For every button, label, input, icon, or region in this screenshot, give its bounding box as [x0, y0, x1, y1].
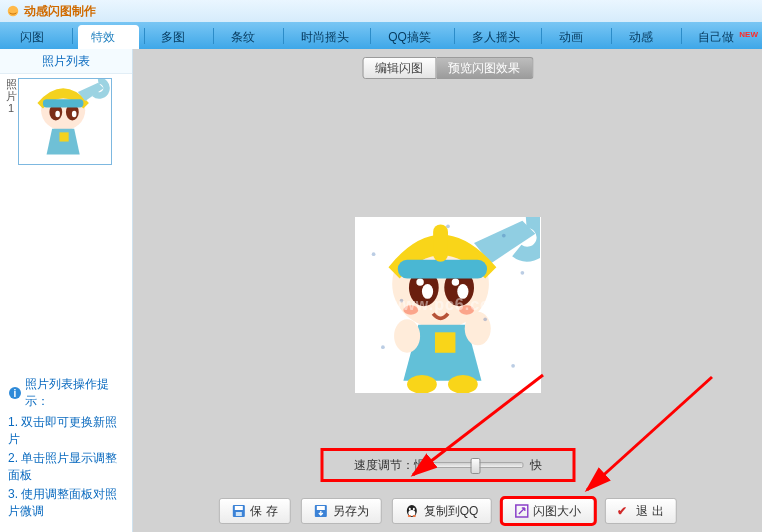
svg-point-23 — [464, 312, 490, 345]
svg-rect-6 — [43, 99, 83, 107]
tips-panel: i 照片列表操作提示： 1. 双击即可更换新照片 2. 单击照片显示调整面板 3… — [0, 370, 132, 532]
svg-point-22 — [394, 319, 420, 352]
svg-point-26 — [371, 252, 375, 256]
svg-point-31 — [483, 317, 487, 321]
svg-point-42 — [413, 508, 415, 511]
preview-canvas: www.pc6.com — [355, 217, 541, 393]
save-icon — [231, 504, 245, 518]
speed-fast-label: 快 — [530, 457, 542, 474]
slider-handle-icon[interactable] — [471, 458, 481, 474]
tab-scene[interactable]: 闪图场景 — [8, 26, 67, 49]
watermark: www.pc6.com — [389, 296, 506, 314]
speed-label: 速度调节： — [354, 457, 414, 474]
svg-rect-36 — [235, 512, 241, 516]
saveas-icon — [314, 504, 328, 518]
tab-multi[interactable]: 多图闪图 — [149, 26, 208, 49]
svg-point-27 — [520, 271, 524, 275]
save-button[interactable]: 保 存 — [218, 498, 290, 524]
tab-qq-emoji[interactable]: QQ搞笑表情 — [376, 26, 449, 49]
tab-multi-doll[interactable]: 多人摇头娃娃 — [460, 26, 537, 49]
tab-ornament[interactable]: 动感饰品 — [617, 26, 676, 49]
svg-point-0 — [8, 6, 19, 17]
main-tab-strip: 闪图场景 特效闪图 多图闪图 条纹闪图 时尚摇头娃娃 QQ搞笑表情 多人摇头娃娃… — [0, 22, 762, 50]
app-logo-icon — [6, 4, 20, 18]
svg-rect-43 — [408, 515, 411, 517]
photo-thumb[interactable]: 照片1 — [4, 78, 112, 165]
svg-rect-35 — [234, 506, 242, 510]
thumb-image[interactable] — [18, 78, 112, 165]
thumb-label: 照片1 — [4, 78, 18, 114]
speed-slider[interactable] — [432, 462, 524, 468]
svg-rect-20 — [433, 224, 448, 261]
svg-point-30 — [446, 224, 450, 228]
mode-tab-group: 编辑闪图 预览闪图效果 — [362, 57, 533, 79]
tip-line: 2. 单击照片显示调整面板 — [8, 450, 124, 484]
svg-point-24 — [407, 375, 437, 393]
sidebar-heading: 照片列表 — [0, 49, 132, 74]
svg-point-41 — [409, 508, 411, 511]
copy-qq-button[interactable]: 复制到QQ — [392, 498, 492, 524]
tab-diy[interactable]: 自己做闪图NEW — [686, 26, 754, 49]
svg-rect-21 — [434, 332, 454, 352]
svg-point-16 — [451, 278, 458, 285]
svg-point-5 — [72, 111, 77, 117]
svg-point-4 — [55, 111, 60, 117]
saveas-button[interactable]: 另存为 — [301, 498, 382, 524]
svg-text:i: i — [14, 388, 17, 399]
main-canvas-area: 编辑闪图 预览闪图效果 — [133, 49, 762, 532]
mode-tab-preview[interactable]: 预览闪图效果 — [436, 57, 533, 79]
svg-point-15 — [416, 278, 423, 285]
svg-line-47 — [587, 377, 712, 490]
svg-point-25 — [447, 375, 477, 393]
bottom-toolbar: 保 存 另存为 复制到QQ 闪图大小 ✔ — [218, 498, 676, 524]
app-title: 动感闪图制作 — [24, 3, 96, 20]
tab-anim-text[interactable]: 动画闪字 — [547, 26, 606, 49]
qq-icon — [405, 504, 419, 518]
mode-tab-edit[interactable]: 编辑闪图 — [362, 57, 436, 79]
sidebar: 照片列表 照片1 — [0, 49, 133, 532]
new-badge-icon: NEW — [739, 23, 758, 46]
tip-line: 1. 双击即可更换新照片 — [8, 414, 124, 448]
image-size-button[interactable]: 闪图大小 — [501, 498, 594, 524]
svg-point-29 — [511, 364, 515, 368]
tip-line: 3. 使用调整面板对照片微调 — [8, 486, 124, 520]
exit-icon: ✔ — [617, 504, 631, 518]
tab-fashion-doll[interactable]: 时尚摇头娃娃 — [289, 26, 366, 49]
tab-stripe[interactable]: 条纹闪图 — [219, 26, 278, 49]
svg-rect-44 — [413, 515, 416, 517]
svg-rect-38 — [317, 506, 325, 510]
svg-point-33 — [501, 234, 505, 238]
tab-effect[interactable]: 特效闪图 — [78, 25, 139, 49]
resize-icon — [514, 504, 528, 518]
svg-rect-19 — [397, 260, 486, 279]
annotation-arrow-icon — [572, 372, 722, 502]
svg-point-28 — [381, 345, 385, 349]
svg-rect-7 — [59, 132, 68, 141]
exit-button[interactable]: ✔ 退 出 — [604, 498, 676, 524]
tips-heading: 照片列表操作提示： — [25, 376, 124, 410]
speed-control-annotated: 速度调节： 慢 快 — [320, 448, 575, 482]
speed-slow-label: 慢 — [414, 457, 426, 474]
info-icon: i — [8, 386, 21, 400]
title-bar: 动感闪图制作 — [0, 0, 762, 22]
